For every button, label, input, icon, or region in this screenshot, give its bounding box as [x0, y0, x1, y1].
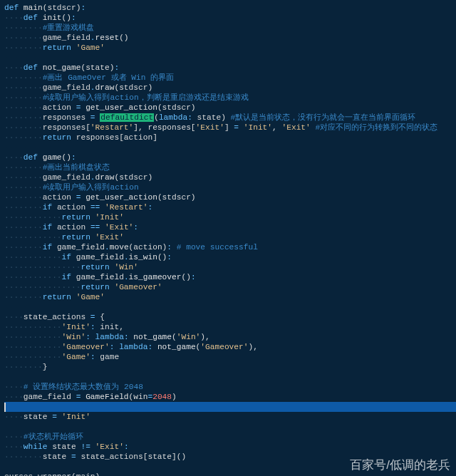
code-line: ········} — [4, 362, 456, 372]
code-line: ············return 'Exit' — [4, 232, 456, 242]
code-line: ············'Game': game — [4, 352, 456, 362]
code-line: ········action = get_user_action(stdscr) — [4, 103, 456, 113]
code-line: ····def game(): — [4, 152, 456, 162]
code-line: ············'Gameover': lambda: not_game… — [4, 342, 456, 352]
code-line: def main(stdscr): — [4, 3, 456, 13]
code-line: ····while state != 'Exit': — [4, 442, 456, 452]
code-line: ····# 设置终结状态最大数值为 2048 — [4, 382, 456, 392]
code-line: ············'Init': init, — [4, 322, 456, 332]
code-line — [4, 462, 456, 472]
code-line — [4, 422, 456, 432]
code-line: ············if game_field.is_gameover(): — [4, 272, 456, 282]
code-line: ········if game_field.move(action): # mo… — [4, 242, 456, 252]
code-line: ········if action == 'Exit': — [4, 222, 456, 232]
code-line: ········responses['Restart'], responses[… — [4, 123, 456, 133]
code-line — [4, 53, 456, 63]
code-line: ····def init(): — [4, 13, 456, 23]
code-line — [4, 302, 456, 312]
code-line: ········game_field.reset() — [4, 33, 456, 43]
code-line: ············return 'Init' — [4, 212, 456, 222]
code-line: ············'Win': lambda: not_game('Win… — [4, 332, 456, 342]
code-line: ····state_actions = { — [4, 312, 456, 322]
code-line: ····state = 'Init' — [4, 412, 456, 422]
code-line: ····#状态机开始循环 — [4, 432, 456, 442]
code-line: ········state = state_actions[state]() — [4, 452, 456, 462]
code-line: ········return responses[action] — [4, 133, 456, 143]
code-line: ········#画出 GameOver 或者 Win 的界面 — [4, 73, 456, 83]
code-line: ········if action == 'Restart': — [4, 202, 456, 212]
cursor-line — [4, 402, 456, 412]
code-line: ········#读取用户输入得到action — [4, 182, 456, 192]
code-line: curses.wrapper(main) — [4, 472, 456, 476]
code-line: ····def not_game(state): — [4, 63, 456, 73]
code-line: ········#重置游戏棋盘 — [4, 23, 456, 33]
code-line: ········responses = defaultdict(lambda: … — [4, 113, 456, 123]
code-line: ········return 'Game' — [4, 43, 456, 53]
code-line: ········#画出当前棋盘状态 — [4, 162, 456, 172]
code-line: ········action = get_user_action(stdscr) — [4, 192, 456, 202]
code-line: ········game_field.draw(stdscr) — [4, 172, 456, 182]
code-line: ················return 'Gameover' — [4, 282, 456, 292]
code-line: ················return 'Win' — [4, 262, 456, 272]
code-line: ····game_field = GameField(win=2048) — [4, 392, 456, 402]
code-editor-pane[interactable]: def main(stdscr):····def init():········… — [0, 0, 456, 476]
code-line: ········return 'Game' — [4, 292, 456, 302]
code-line: ········game_field.draw(stdscr) — [4, 83, 456, 93]
code-line: ········#读取用户输入得到action，判断是重启游戏还是结束游戏 — [4, 93, 456, 103]
code-line: ············if game_field.is_win(): — [4, 252, 456, 262]
code-line — [4, 372, 456, 382]
code-line — [4, 143, 456, 152]
